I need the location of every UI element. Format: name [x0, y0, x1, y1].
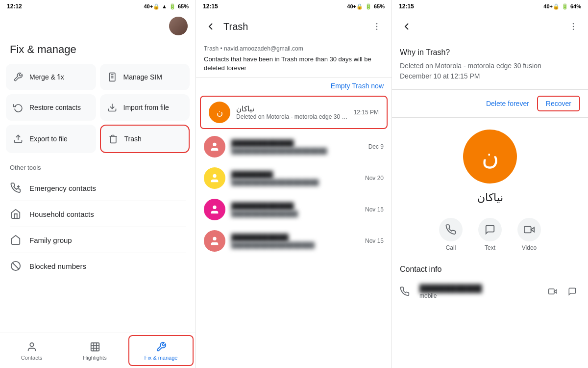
avatar[interactable]: [169, 17, 188, 35]
empty-trash-button[interactable]: Empty Trash now: [331, 82, 384, 90]
nav-fix-manage-label: Fix & manage: [145, 355, 178, 361]
battery3-pct: 64%: [570, 3, 581, 9]
back-button[interactable]: [202, 18, 220, 35]
menu-manage-sim[interactable]: Manage SIM: [100, 64, 190, 90]
profile-section: [0, 13, 196, 39]
trash-info: Trash • navid.amoozadeh@gmail.com Contac…: [196, 40, 392, 78]
export-icon: [13, 133, 24, 144]
contact-info-title: Contact info: [400, 265, 580, 274]
restore-icon: [13, 102, 24, 113]
svg-point-21: [573, 26, 574, 27]
empty-trash-section: Empty Trash now: [196, 78, 392, 94]
svg-point-18: [213, 206, 216, 209]
contact-avatar-4: [204, 199, 225, 220]
nav-fix-manage[interactable]: Fix & manage: [128, 335, 194, 366]
menu-restore[interactable]: Restore contacts: [6, 94, 96, 121]
status-bar-2: 12:15 40+🔒 🔋 65%: [196, 0, 392, 13]
detail-back-button[interactable]: [398, 18, 416, 35]
time-3: 12:15: [399, 3, 414, 10]
svg-rect-8: [91, 342, 99, 351]
video-action[interactable]: Video: [517, 218, 541, 251]
trash-contact-5[interactable]: ███████████ ████████████████████ Nov 15: [196, 225, 392, 257]
contact-avatar-3: [204, 167, 225, 189]
trash-label: Trash: [124, 135, 142, 143]
call-label: Call: [446, 244, 456, 251]
sms-icon[interactable]: [564, 284, 580, 299]
family-label: Family group: [29, 236, 72, 244]
contact-sub-niakan: Deleted on Motorola - motorola edge 30 f…: [236, 113, 348, 120]
svg-point-17: [213, 174, 216, 178]
menu-grid: Merge & fix Manage SIM: [0, 64, 196, 153]
call-action[interactable]: Call: [439, 218, 463, 251]
manage-sim-label: Manage SIM: [123, 73, 162, 81]
panel-contact-detail: 12:15 40+🔒 🔋 64% Why in Trash? Deleted o…: [392, 0, 588, 368]
household-icon: [10, 208, 22, 220]
contact-date-3: Nov 20: [365, 175, 384, 182]
why-line1: Deleted on Motorola - motorola edge 30 f…: [400, 62, 541, 70]
action-buttons-section: Delete forever Recover: [392, 90, 588, 118]
contact-name-4: ████████████: [231, 202, 359, 210]
contact-info-3: ████████ █████████████████████: [231, 171, 359, 186]
trash-contact-list: ن نیاکان Deleted on Motorola - motorola …: [196, 94, 392, 257]
trash-contact-niakan[interactable]: ن نیاکان Deleted on Motorola - motorola …: [200, 96, 388, 129]
trash-description: Contacts that have been in Trash more th…: [204, 55, 384, 73]
list-emergency[interactable]: Emergency contacts: [0, 175, 196, 201]
family-icon: [10, 234, 22, 246]
phone-row-icon: [400, 287, 412, 296]
list-household[interactable]: Household contacts: [0, 201, 196, 227]
contact-sub-5: ████████████████████: [231, 242, 359, 249]
trash-contact-2[interactable]: ████████████ ███████████████████████ Dec…: [196, 131, 392, 162]
svg-point-13: [376, 23, 378, 25]
menu-merge-fix[interactable]: Merge & fix: [6, 64, 96, 90]
battery2-pct: 65%: [374, 3, 385, 9]
menu-import[interactable]: Import from file: [100, 94, 190, 121]
contact-avatar-2: [204, 136, 225, 158]
status-icons-1: 40+🔒 ▲ 🔋 65%: [144, 3, 189, 10]
menu-trash[interactable]: Trash: [100, 125, 190, 153]
highlights-icon: [89, 341, 101, 353]
trash-contact-4[interactable]: ████████████ ████████████████ Nov 15: [196, 194, 392, 225]
hero-avatar: ن: [463, 130, 517, 184]
contact-info-4: ████████████ ████████████████: [231, 202, 359, 217]
svg-point-14: [376, 26, 378, 27]
nav-highlights[interactable]: Highlights: [63, 333, 126, 368]
recover-button[interactable]: Recover: [537, 96, 580, 111]
svg-line-6: [13, 263, 19, 269]
page-title: Fix & manage: [0, 39, 196, 64]
panel-trash: 12:15 40+🔒 🔋 65% Trash Trash • navid.amo…: [196, 0, 392, 368]
contact-name-3: ████████: [231, 171, 359, 179]
blocked-label: Blocked numbers: [29, 262, 86, 270]
trash-account: Trash • navid.amoozadeh@gmail.com: [204, 45, 384, 52]
more-button[interactable]: [368, 18, 386, 35]
detail-more-button[interactable]: [564, 18, 582, 35]
list-family[interactable]: Family group: [0, 227, 196, 253]
signal3-icon: 40+🔒: [543, 3, 560, 10]
contact-avatar-5: [204, 230, 225, 252]
nav-contacts[interactable]: Contacts: [0, 333, 63, 368]
avatar-image: [169, 17, 188, 35]
sim-icon: [107, 72, 118, 82]
svg-marker-23: [531, 227, 534, 232]
menu-export[interactable]: Export to file: [6, 125, 96, 153]
wifi-icon: ▲: [162, 3, 167, 9]
why-trash-section: Why in Trash? Deleted on Motorola - moto…: [392, 40, 588, 90]
call-icon: [439, 218, 463, 241]
svg-point-16: [213, 143, 216, 146]
text-action[interactable]: Text: [478, 218, 502, 251]
why-detail: Deleted on Motorola - motorola edge 30 f…: [400, 61, 580, 81]
emergency-icon: [10, 182, 22, 194]
svg-point-22: [573, 29, 574, 30]
trash-title: Trash: [223, 21, 364, 32]
trash-contact-3[interactable]: ████████ █████████████████████ Nov 20: [196, 162, 392, 194]
list-blocked[interactable]: Blocked numbers: [0, 253, 196, 279]
contact-name-5: ███████████: [231, 234, 359, 242]
video-call-icon[interactable]: [545, 284, 561, 299]
contact-hero: ن نیاکان: [392, 118, 588, 212]
trash-header: Trash: [196, 13, 392, 40]
contact-sub-2: ███████████████████████: [231, 148, 363, 155]
restore-label: Restore contacts: [29, 104, 81, 111]
delete-forever-button[interactable]: Delete forever: [486, 96, 529, 111]
status-icons-2: 40+🔒 🔋 65%: [347, 3, 385, 10]
text-label: Text: [485, 244, 495, 251]
signal-icon: 40+🔒: [144, 3, 160, 10]
